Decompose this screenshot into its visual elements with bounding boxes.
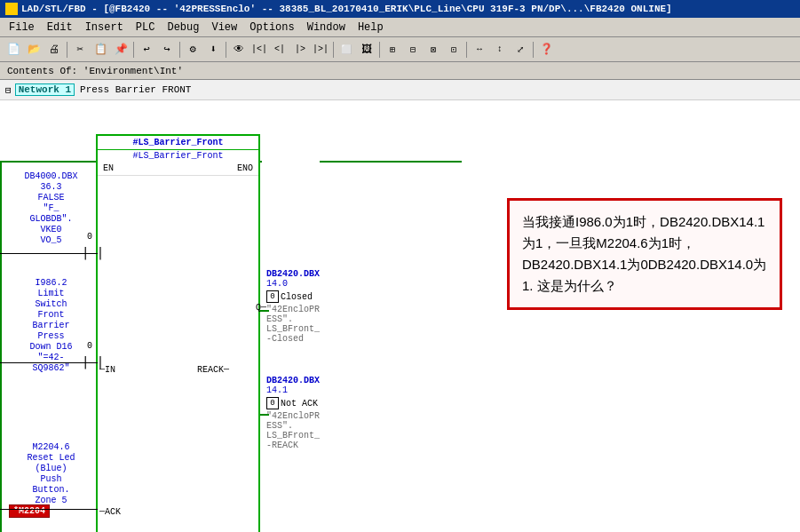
toolbar-b8[interactable]: ⊟	[403, 40, 423, 60]
m2204-box: *M2204	[9, 504, 50, 518]
toolbar-undo[interactable]: ↩	[137, 40, 156, 60]
annotation-text: 当我接通I986.0为1时，DB2420.DBX14.1为1，一旦我M2204.…	[522, 214, 766, 293]
out2-h-line	[260, 414, 269, 416]
main-content: ⊟ Network 1 Press Barrier FRONT #LS_Barr…	[0, 80, 800, 532]
toolbar-sep4	[226, 42, 226, 58]
toolbar-b5[interactable]: ⬜	[337, 40, 356, 60]
toolbar-sep1	[67, 42, 67, 58]
network-title: Press Barrier FRONT	[80, 84, 191, 95]
toolbar-open[interactable]: 📂	[24, 40, 44, 60]
app-icon	[5, 3, 18, 15]
toolbar-sep6	[379, 42, 380, 58]
toolbar-help[interactable]: ❓	[536, 40, 556, 60]
menu-plc[interactable]: PLC	[131, 20, 161, 36]
out1-text4: LS_BFront_	[266, 324, 391, 334]
toolbar-b12[interactable]: ↕	[490, 40, 510, 60]
out2-text3: ESS".	[266, 421, 391, 431]
ack-label: ─ACK	[99, 507, 121, 517]
toolbar-redo[interactable]: ↪	[157, 40, 177, 60]
fb-block: #LS_Barrier_Front #LS_Barrier_Front EN E…	[96, 134, 260, 532]
fb-name2: #LS_Barrier_Front	[98, 150, 258, 162]
toolbar-new[interactable]: 📄	[4, 40, 23, 60]
title-text: LAD/STL/FBD - [@FB2420 -- '42PRESSEnclo'…	[21, 4, 672, 14]
out2-db: DB2420.DBX	[266, 376, 391, 385]
menu-file[interactable]: File	[4, 20, 40, 36]
var-i986: I986.2 Limit Switch Front Barrier Press …	[9, 278, 93, 374]
in-label: ─IN	[99, 365, 115, 375]
menu-insert[interactable]: Insert	[80, 20, 129, 36]
toolbar-sep8	[533, 42, 534, 58]
diagram-container: #LS_Barrier_Front #LS_Barrier_Front EN E…	[0, 100, 800, 532]
title-bar: LAD/STL/FBD - [@FB2420 -- '42PRESSEnclo'…	[0, 0, 800, 18]
toolbar-copy[interactable]: 📋	[91, 40, 110, 60]
out2-text4: LS_BFront_	[266, 431, 391, 441]
out1-coil: 0 Closed	[266, 290, 391, 303]
toolbar-b13[interactable]: ⤢	[511, 40, 530, 60]
var-db4000: DB4000.DBX 36.3 FALSE "F_ GLOBDB". VKE0 …	[9, 171, 93, 246]
out2-dbnum: 14.1	[266, 385, 391, 395]
toolbar-b2[interactable]: <|	[270, 40, 289, 60]
toolbar-b4[interactable]: |>|	[311, 40, 330, 60]
menu-help[interactable]: Help	[352, 20, 389, 36]
out2-coil: 0 Not ACK	[266, 397, 391, 409]
address-bar: Contents Of: 'Environment\Int'	[0, 62, 800, 80]
network-header: ⊟ Network 1 Press Barrier FRONT	[0, 80, 800, 100]
out1-text2: "42EncloPR	[266, 305, 391, 314]
menu-view[interactable]: View	[206, 20, 242, 36]
toolbar-sep3	[179, 42, 180, 58]
annotation-box: 当我接通I986.0为1时，DB2420.DBX14.1为1，一旦我M2204.…	[507, 198, 782, 310]
out2-notack-label: Not ACK	[281, 399, 318, 409]
toolbar-sep7	[466, 42, 467, 58]
address-text: Contents Of: 'Environment\Int'	[7, 66, 183, 76]
toolbar: 📄 📂 🖨 ✂ 📋 📌 ↩ ↪ ⚙ ⬇ 👁 |<| <| |> |>| ⬜ 🖼 …	[0, 37, 800, 62]
toolbar-b1[interactable]: |<|	[250, 40, 269, 60]
menu-edit[interactable]: Edit	[42, 20, 78, 36]
out2-text2: "42EncloPR	[266, 411, 391, 421]
menu-bar: File Edit Insert PLC Debug View Options …	[0, 18, 800, 37]
toolbar-b3[interactable]: |>	[290, 40, 310, 60]
menu-window[interactable]: Window	[302, 20, 351, 36]
toolbar-sep2	[133, 42, 134, 58]
toolbar-b7[interactable]: ⊞	[383, 40, 402, 60]
toolbar-sep5	[333, 42, 334, 58]
out2-val: 0	[266, 397, 279, 409]
fb-eno-label: ENO	[237, 163, 253, 173]
toolbar-monitor[interactable]: 👁	[229, 40, 249, 60]
contact-line-3	[0, 509, 98, 510]
network-label: Network 1	[15, 83, 75, 96]
val-i986: 0	[87, 341, 92, 351]
output-1: DB2420.DBX 14.0 0 Closed "42EncloPR ESS"…	[266, 269, 391, 344]
toolbar-b6[interactable]: 🖼	[357, 40, 376, 60]
reack-label: REACK─	[197, 365, 229, 375]
val-db4000: 0	[87, 232, 92, 242]
toolbar-print[interactable]: 🖨	[44, 40, 64, 60]
out1-closed-label: Closed	[281, 292, 313, 302]
out1-h-line	[260, 310, 269, 312]
toolbar-b10[interactable]: ⊡	[444, 40, 463, 60]
out1-text3: ESS".	[266, 314, 391, 324]
top-rail-right	[320, 161, 462, 163]
contact-db4000: | |	[82, 245, 104, 259]
menu-options[interactable]: Options	[244, 20, 299, 36]
out2-text5: -REACK	[266, 441, 391, 450]
var-m2204: M2204.6 Reset Led (Blue) Push Button. Zo…	[9, 442, 93, 506]
out1-db: DB2420.DBX	[266, 269, 391, 279]
fb-name: #LS_Barrier_Front	[98, 136, 258, 150]
menu-debug[interactable]: Debug	[162, 20, 204, 36]
out1-val: 0	[266, 290, 279, 303]
network-area: ⊟ Network 1 Press Barrier FRONT #LS_Barr…	[0, 80, 800, 532]
out1-dbnum: 14.0	[266, 279, 391, 289]
toolbar-cut[interactable]: ✂	[70, 40, 90, 60]
fb-en-eno: EN ENO	[98, 162, 258, 176]
out1-text5: -Closed	[266, 334, 391, 344]
output-2: DB2420.DBX 14.1 0 Not ACK "42EncloPR ESS…	[266, 376, 391, 450]
toolbar-download[interactable]: ⬇	[203, 40, 223, 60]
toolbar-compile[interactable]: ⚙	[183, 40, 202, 60]
toolbar-b11[interactable]: ↔	[470, 40, 489, 60]
toolbar-b9[interactable]: ⊠	[424, 40, 443, 60]
toolbar-paste[interactable]: 📌	[111, 40, 131, 60]
left-rail	[0, 161, 2, 532]
fb-en-label: EN	[103, 163, 114, 173]
